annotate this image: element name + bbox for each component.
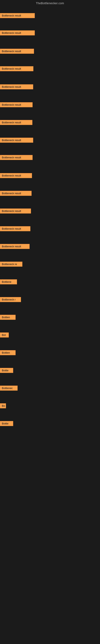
bottleneck-result-item[interactable]: Bottleneck r (0, 297, 21, 302)
bottleneck-result-item[interactable]: Bottle (0, 421, 13, 426)
bottleneck-result-item[interactable]: Bottleneck result (0, 102, 33, 107)
site-title: TheBottlenecker.com (0, 0, 100, 6)
bottleneck-result-item[interactable]: Bottleneck result (0, 30, 35, 36)
bottleneck-result-item[interactable]: Bottleneck result (0, 155, 33, 160)
bottleneck-result-item[interactable]: Bottleneck result (0, 84, 33, 89)
bottleneck-result-item[interactable]: Bottlene (0, 279, 17, 284)
bottleneck-result-item[interactable]: Bottleneck result (0, 49, 34, 54)
bottleneck-result-item[interactable]: Bottleneck result (0, 66, 33, 71)
bottleneck-result-item[interactable]: Bottleneck result (0, 191, 32, 196)
bottleneck-result-item[interactable]: Bottle (0, 368, 13, 373)
bottleneck-result-item[interactable]: Bottleneck re (0, 262, 22, 267)
bottleneck-result-item[interactable]: Bottleneck result (0, 138, 33, 143)
bottleneck-result-item[interactable]: Bottleneck result (0, 13, 35, 18)
bottleneck-result-item[interactable]: Bottlen (0, 315, 16, 320)
bottleneck-result-item[interactable]: Bottleneck result (0, 208, 31, 214)
bottleneck-result-item[interactable]: Bottlen (0, 350, 16, 355)
bottleneck-result-item[interactable]: Bo (0, 403, 6, 408)
bottleneck-result-item[interactable]: Bot (0, 332, 9, 338)
bottleneck-result-item[interactable]: Bottlenec (0, 386, 18, 391)
bottleneck-result-item[interactable]: Bottleneck result (0, 226, 30, 231)
bottleneck-result-item[interactable]: Bottleneck result (0, 120, 32, 125)
bottleneck-result-item[interactable]: Bottleneck result (0, 173, 32, 178)
bottleneck-result-item[interactable]: Bottleneck result (0, 244, 30, 249)
